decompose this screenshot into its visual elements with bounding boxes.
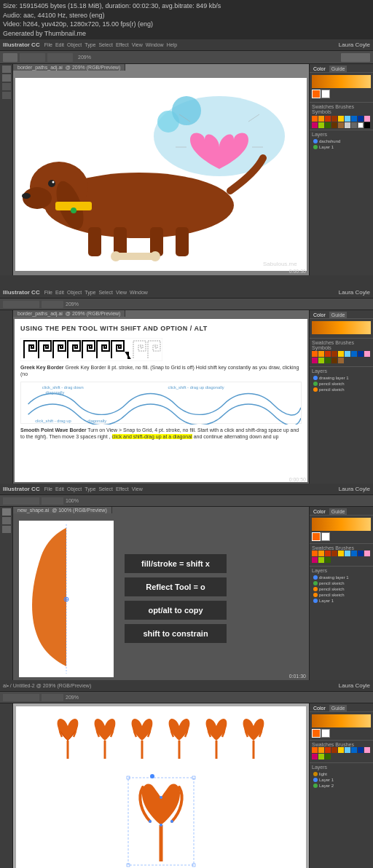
swatches-3: Swatches Brushes [312, 545, 371, 551]
tool-2[interactable] [2, 74, 11, 82]
tulip-5 [200, 715, 233, 762]
menu-type-3[interactable]: Type [85, 486, 95, 492]
layer-3d[interactable]: pencil sketch [312, 592, 371, 598]
menu-select-2[interactable]: Select [98, 290, 112, 295]
menu-edit-3[interactable]: Edit [55, 486, 64, 492]
svg-point-42 [170, 820, 173, 823]
swatches-label-2: Swatches Brushes Symbols [312, 340, 371, 350]
stroke-4[interactable] [321, 729, 330, 738]
toolbar-3a[interactable] [3, 497, 39, 505]
menu-file-3[interactable]: File [44, 486, 52, 492]
user-name-3: Laura Coyle [339, 486, 370, 492]
layer-3b[interactable]: pencil sketch [312, 580, 371, 586]
menu-window-1[interactable]: Window [146, 42, 164, 47]
menu-view-1[interactable]: View [132, 42, 143, 47]
toolbar-4a[interactable] [3, 694, 39, 701]
tool-1[interactable] [2, 66, 11, 73]
layer-4b[interactable]: Layer 1 [312, 777, 371, 783]
layer-4c[interactable]: Layer 2 [312, 783, 371, 789]
menu-edit-2[interactable]: Edit [55, 290, 64, 295]
menu-file-2[interactable]: File [44, 290, 52, 295]
layer-item-1[interactable]: dachshund [312, 138, 371, 144]
panel-tab-color-2[interactable]: Color [311, 312, 328, 318]
stroke-3[interactable] [321, 532, 330, 541]
menu-effect-1[interactable]: Effect [116, 42, 129, 47]
panel-tab-color-1[interactable]: Color [311, 66, 328, 72]
fill-3[interactable] [312, 532, 321, 541]
menu-select-3[interactable]: Select [98, 486, 112, 492]
right-panel-1: Color Guide Swatches Brushes Symbols [309, 64, 373, 275]
panel-tab-color-4[interactable]: Color [311, 705, 328, 711]
file-tab-3[interactable]: new_shape.ai @ 100% (RGB/Preview) [13, 507, 112, 513]
tool-3c[interactable] [2, 526, 11, 533]
wave-caption: Smooth Point Wave Border Turn on View > … [20, 427, 302, 440]
panel-tab-guide-3[interactable]: Guide [329, 508, 348, 515]
panel-tab-guide-4[interactable]: Guide [329, 705, 348, 711]
menu-view-2[interactable]: View [116, 290, 127, 295]
layer-4a[interactable]: light [312, 771, 371, 777]
vase-canvas [19, 521, 114, 677]
wave-area: click_shift - drag up diagonally click_s… [20, 382, 302, 424]
layer-item-2b[interactable]: pencil sketch [312, 381, 371, 387]
color-gradient-2 [312, 321, 371, 334]
panel-tab-color-3[interactable]: Color [311, 508, 328, 515]
svg-point-39 [160, 796, 162, 799]
left-tool-panel-3 [0, 507, 13, 680]
menu-select-1[interactable]: Select [98, 42, 112, 47]
user-name-2: Laura Coyle [339, 289, 370, 296]
greek-caption: Greek Key Border Greek Key Border 8 pt. … [20, 364, 302, 377]
swatches-4: Swatches Brushes [312, 742, 371, 747]
layer-3a[interactable]: drawing layer 1 [312, 575, 371, 580]
zoom-3: 100% [66, 498, 79, 503]
fill-4[interactable] [312, 729, 321, 738]
dachshund-svg: Sabulous.me [15, 78, 307, 271]
menu-file-1[interactable]: File [44, 42, 52, 47]
tool-3b[interactable] [2, 517, 11, 524]
swatch-grid-3 [312, 551, 371, 563]
tool-3a[interactable] [2, 508, 11, 516]
layer-item-2a[interactable]: drawing layer 1 [312, 375, 371, 381]
svg-point-15 [71, 208, 76, 213]
menu-help-1[interactable]: Help [167, 42, 177, 47]
layer-item-2c[interactable]: pencil sketch [312, 387, 371, 392]
menu-type-1[interactable]: Type [85, 42, 95, 47]
swatch-grid-2 [312, 351, 371, 363]
tool-group-2[interactable] [47, 53, 73, 62]
layer-3e[interactable]: Layer 1 [312, 598, 371, 604]
tool-group-1[interactable] [20, 53, 45, 62]
app-title-3: Illustrator CC [3, 486, 40, 492]
tool-selector-1[interactable] [3, 53, 17, 62]
artwork-canvas-1: Sabulous.me [15, 78, 307, 271]
view-controls-1[interactable] [341, 53, 370, 62]
toolbar-group-2[interactable] [3, 301, 39, 308]
timestamp-1: 0:00:30 [289, 269, 306, 274]
menu-edit-1[interactable]: Edit [55, 42, 64, 47]
panel-tab-guide-2[interactable]: Guide [329, 312, 348, 318]
file-tab-2[interactable]: border_paths_adj.ai @ 209% (RGB/Preview) [13, 310, 125, 317]
layer-3c[interactable]: pencil sketch [312, 586, 371, 592]
wave-svg: click_shift - drag up diagonally click_s… [21, 382, 301, 425]
layer-item-2[interactable]: Layer 1 [312, 144, 371, 150]
section-tulips: ai• / Untitled-2 @ 209% (RGB/Preview) La… [0, 680, 373, 868]
menu-view-3[interactable]: View [132, 486, 143, 492]
user-name-1: Laura Coyle [339, 42, 370, 48]
toolbar-group-2b[interactable] [42, 301, 63, 308]
panel-tab-guide-1[interactable]: Guide [329, 66, 348, 72]
menu-object-2[interactable]: Object [67, 290, 82, 295]
info-box-4: shift to constrain [125, 624, 227, 643]
file-tab-1[interactable]: border_paths_adj.ai @ 209% (RGB/Preview) [13, 64, 125, 71]
toolbar-4b[interactable] [42, 694, 63, 701]
menu-window-2[interactable]: Window [130, 290, 148, 295]
menu-type-2[interactable]: Type [85, 290, 95, 295]
right-panel-4: Color Guide Swatches Brushes [309, 703, 373, 868]
toolbar-3b[interactable] [42, 497, 63, 505]
right-panel-2: Color Guide Swatches Brushes Symbols [309, 310, 373, 484]
stroke-color-1[interactable] [321, 90, 330, 98]
menu-effect-3[interactable]: Effect [116, 486, 129, 492]
timestamp-2: 0:00:50 [289, 477, 306, 482]
tool-3[interactable] [2, 83, 11, 90]
menu-object-3[interactable]: Object [67, 486, 82, 492]
menu-object-1[interactable]: Object [67, 42, 82, 47]
tool-4[interactable] [2, 92, 11, 99]
fill-color-1[interactable] [312, 90, 321, 98]
